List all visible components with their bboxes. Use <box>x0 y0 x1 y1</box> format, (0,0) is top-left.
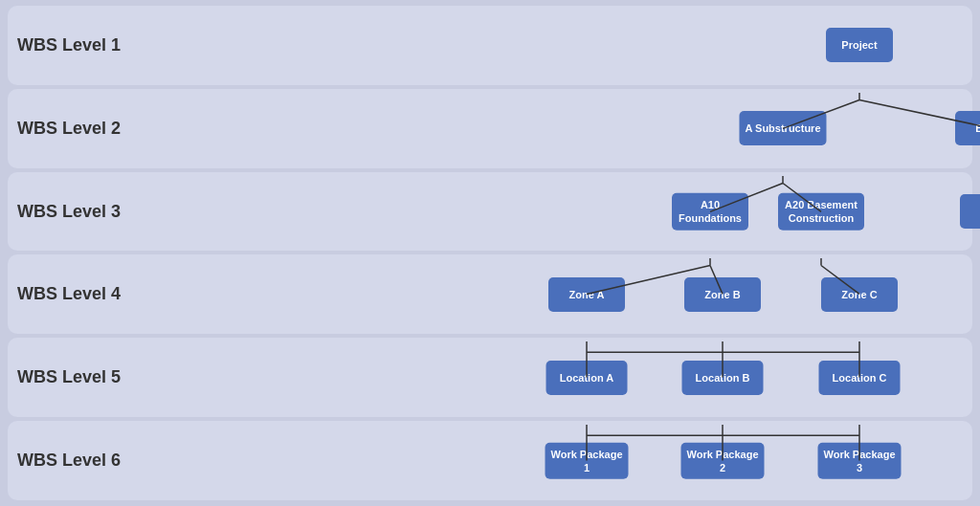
wbs-row-level4: WBS Level 4 Zone A Zone B Zone C <box>8 254 972 334</box>
level2-connectors <box>189 93 963 165</box>
node-loc-a: Location A <box>546 361 628 395</box>
node-wp1-box: Work Package 1 <box>545 442 628 479</box>
node-zone-b-box: Zone B <box>684 277 761 312</box>
node-loc-b-box: Location B <box>682 361 764 395</box>
wbs-row-level6: WBS Level 6 Work Package 1 Work Package … <box>8 421 972 500</box>
node-a-sub: A Substructure <box>739 111 826 145</box>
node-loc-c-box: Location C <box>819 361 901 395</box>
level6-label: WBS Level 6 <box>17 451 189 471</box>
node-zone-c: Zone C <box>821 277 898 312</box>
node-wp3-box: Work Package 3 <box>817 442 901 479</box>
node-wp3: Work Package 3 <box>817 442 901 479</box>
node-a10: A10 Foundations <box>672 193 748 231</box>
node-zone-a: Zone A <box>548 277 625 312</box>
level1-content: Project <box>189 10 963 81</box>
node-loc-b: Location B <box>682 361 764 395</box>
wbs-row-level2: WBS Level 2 A Substructure B Shell <box>8 89 972 168</box>
node-b-shell: B Shell <box>955 111 980 145</box>
node-project: Project <box>826 28 893 62</box>
node-text-box: [Text] <box>960 194 980 229</box>
wbs-row-level1: WBS Level 1 Project <box>8 6 972 85</box>
node-a20-box: A20 Basement Construction <box>778 193 864 231</box>
node-zone-b: Zone B <box>684 277 761 312</box>
node-a-sub-box: A Substructure <box>739 111 826 145</box>
level1-label: WBS Level 1 <box>17 35 189 55</box>
node-a20: A20 Basement Construction <box>778 193 864 231</box>
wbs-row-level3: WBS Level 3 A10 Foundations A20 Basement… <box>8 172 972 252</box>
node-wp1: Work Package 1 <box>545 442 628 479</box>
level6-content: Work Package 1 Work Package 2 Work Packa… <box>189 425 963 496</box>
node-project-box: Project <box>826 28 893 62</box>
level2-label: WBS Level 2 <box>17 119 189 139</box>
level3-label: WBS Level 3 <box>17 202 189 222</box>
node-zone-a-box: Zone A <box>548 277 625 312</box>
level2-content: A Substructure B Shell <box>189 93 963 165</box>
wbs-row-level5: WBS Level 5 Location A Location B Locati… <box>8 338 972 417</box>
level4-content: Zone A Zone B Zone C <box>189 258 963 330</box>
level3-content: A10 Foundations A20 Basement Constructio… <box>189 176 963 248</box>
level5-content: Location A Location B Location C <box>189 341 963 413</box>
node-text: [Text] <box>960 194 980 229</box>
node-wp2: Work Package 2 <box>680 442 764 479</box>
level4-label: WBS Level 4 <box>17 284 189 304</box>
node-loc-a-box: Location A <box>546 361 628 395</box>
node-loc-c: Location C <box>819 361 901 395</box>
node-a10-box: A10 Foundations <box>672 193 748 231</box>
node-b-shell-box: B Shell <box>955 111 980 145</box>
node-wp2-box: Work Package 2 <box>680 442 764 479</box>
wbs-diagram: WBS Level 1 Project WBS Level 2 A Substr… <box>0 0 980 506</box>
level5-label: WBS Level 5 <box>17 367 189 387</box>
node-zone-c-box: Zone C <box>821 277 898 312</box>
